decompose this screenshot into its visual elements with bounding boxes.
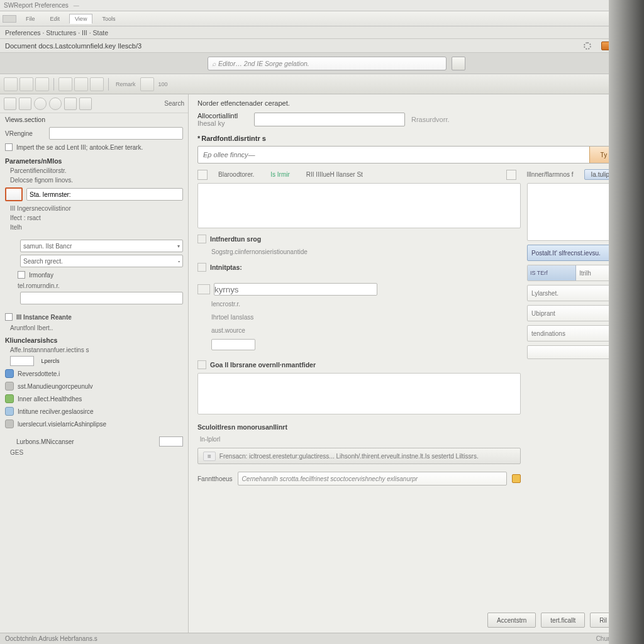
global-search[interactable]: ⌕ Editor… 2nd IE Sorge gelation. <box>208 57 447 70</box>
tb-btn-1[interactable] <box>4 77 18 91</box>
note-bar: ≡ Frensacn: icltroest.erestetur:gulactir… <box>197 448 521 464</box>
left-item-4[interactable]: luerslecurl.visielarricAshinplipse <box>18 421 106 428</box>
side-box4[interactable]: Ubiprant <box>527 305 635 321</box>
side-box2[interactable]: IS TErf ltrilh <box>527 265 635 281</box>
lbtn-4[interactable] <box>49 97 62 110</box>
f-alloc-sub: Ihesal ky <box>197 119 248 127</box>
search-icon: ⌕ <box>212 60 216 67</box>
left-item-0[interactable]: Reversdottete.i <box>18 370 60 377</box>
left-sel-icon[interactable] <box>5 255 16 267</box>
tab-2[interactable]: Is Irmir <box>265 169 296 180</box>
left-mini-btn[interactable]: Lpercls <box>38 358 63 364</box>
bytes-mini-input[interactable] <box>211 339 255 350</box>
tab-chip[interactable]: Ia.tuliphorncy <box>584 169 635 180</box>
tab-flag-icon <box>506 170 516 180</box>
ribbon-tab-file[interactable]: File <box>20 14 41 24</box>
ribbon-tab-help[interactable]: Help <box>618 14 641 24</box>
left-bottom-input[interactable] <box>159 436 183 447</box>
left-mini-input[interactable] <box>10 356 34 366</box>
tab-grip-icon <box>197 170 208 180</box>
left-subchk[interactable] <box>18 271 25 279</box>
left-field1-input[interactable] <box>49 127 183 140</box>
lbtn-3[interactable] <box>34 97 47 110</box>
path-box[interactable]: Cernehannlh scrotta.fecilfrinest scoctoc… <box>238 472 507 486</box>
left-section-views: Views.section <box>0 113 188 126</box>
side-box1[interactable]: Postalt.It' slfrecnst.ievsu. <box>527 245 635 261</box>
min-button[interactable] <box>601 42 613 50</box>
tab-3[interactable]: RII IIIIueH Ilanser St <box>301 169 369 180</box>
left-combo1[interactable]: samun. Ilst Bancr▾ <box>20 240 183 252</box>
big-search-go[interactable]: Ty ig fon <box>589 147 635 163</box>
close-button[interactable] <box>628 42 639 50</box>
tab-4[interactable]: Illnner/flarmnos f <box>521 169 579 180</box>
tb-btn-2[interactable] <box>19 77 33 91</box>
tb-btn-7[interactable] <box>140 77 154 91</box>
left-item-2[interactable]: Inner allect.Healthdhes <box>18 396 82 402</box>
side-box3[interactable]: Lylarshet. <box>527 285 635 301</box>
ok-button[interactable]: Accentstrn <box>487 613 536 628</box>
left-thumb-input[interactable] <box>26 188 183 201</box>
lbtn-6[interactable] <box>79 97 92 110</box>
goal-textarea[interactable] <box>197 373 521 414</box>
left-instance-chk[interactable] <box>5 313 13 321</box>
bytes-i1: Ihrtoel Ianslass <box>197 313 521 322</box>
side-box5[interactable]: tendinations <box>527 325 635 341</box>
left-combo-icon[interactable] <box>5 240 16 252</box>
left-group-refs: Kliunclearsishcs <box>0 333 188 345</box>
path-label: Fanntthoeus <box>197 475 233 482</box>
lbtn-5[interactable] <box>64 97 77 110</box>
left-sel1[interactable]: Search rgrect.• <box>20 255 183 267</box>
status-right: Churie fistget:K <box>596 635 639 642</box>
dialog-buttons: Accentstrn tert.ficallt Ril st·rfirs <box>197 606 635 630</box>
form-header: Norder etfenctenader cerapet. <box>197 99 635 107</box>
ribbon-tab-view[interactable]: View <box>69 14 92 24</box>
page-icon <box>5 419 14 428</box>
path-value: Cernehannlh scrotta.fecilfrinest scoctoc… <box>242 475 418 482</box>
left-chk1[interactable] <box>5 143 13 151</box>
gear-icon[interactable] <box>584 42 591 50</box>
form-tabstrip: Blaroodtorer. Is Irmir RII IIIIueH Ilans… <box>197 169 635 180</box>
tb-btn-4[interactable] <box>58 77 72 91</box>
big-search-input[interactable] <box>198 147 589 163</box>
left-item-3[interactable]: Intitune recilver.geslaosirce <box>18 408 94 415</box>
ribbon-tab-tools[interactable]: Tools <box>96 14 121 24</box>
search-go-button[interactable] <box>452 57 465 70</box>
left-chk1-label: Impert the se acd Lent III; antook.Ener … <box>16 144 143 151</box>
tab-1[interactable]: Blaroodtorer. <box>213 169 260 180</box>
left-field1-label: VRengine <box>5 130 45 137</box>
f-alloc-label: Allocortiallintl <box>197 112 248 119</box>
left-subline: tel.romurndin.r. <box>0 281 188 291</box>
left-item-1[interactable]: sst.Manudieungorcpeunulv <box>18 383 93 390</box>
left-thumb-icon[interactable] <box>5 187 23 201</box>
desc-textarea[interactable] <box>197 183 521 228</box>
bytes-i2: aust.wource <box>197 326 521 335</box>
max-button[interactable] <box>614 42 626 50</box>
left-blank-icon[interactable] <box>5 292 16 304</box>
left-bottom-chk[interactable] <box>5 438 13 445</box>
bytes-input[interactable] <box>214 283 377 296</box>
left-blank-input[interactable] <box>20 292 183 304</box>
bytes-i0: lencrostr.r. <box>197 299 521 309</box>
left-sel1-text: Search rgrect. <box>23 258 63 265</box>
cancel-button[interactable]: tert.ficallt <box>541 613 585 628</box>
tb-btn-5[interactable] <box>74 77 88 91</box>
ribbon-tabs: File Edit View Tools Help <box>0 11 644 26</box>
side-box6[interactable] <box>527 345 635 359</box>
lbtn-1[interactable] <box>4 97 16 110</box>
lbtn-2[interactable] <box>19 97 31 110</box>
filter-icon[interactable] <box>631 80 640 89</box>
breadcrumb: Preferences · Structures · III · State <box>5 29 108 36</box>
toolbar: Remark 100 <box>0 74 644 94</box>
f-alloc-input[interactable] <box>254 113 405 126</box>
tb-btn-6[interactable] <box>90 77 104 91</box>
warn-icon <box>512 474 521 483</box>
globe-icon <box>5 394 14 403</box>
tb-btn-3[interactable] <box>35 77 49 91</box>
global-search-placeholder: Editor… 2nd IE Sorge gelation. <box>218 60 309 67</box>
apply-button[interactable]: Ril st·rfirs <box>590 613 635 628</box>
ribbon-icon <box>3 15 16 23</box>
cube-icon <box>5 369 14 378</box>
f-required: Rardfontl.disrtintr s <box>197 135 635 142</box>
ribbon-tab-edit[interactable]: Edit <box>45 14 66 24</box>
breadcrumb-bar: Preferences · Structures · III · State <box>0 26 644 39</box>
